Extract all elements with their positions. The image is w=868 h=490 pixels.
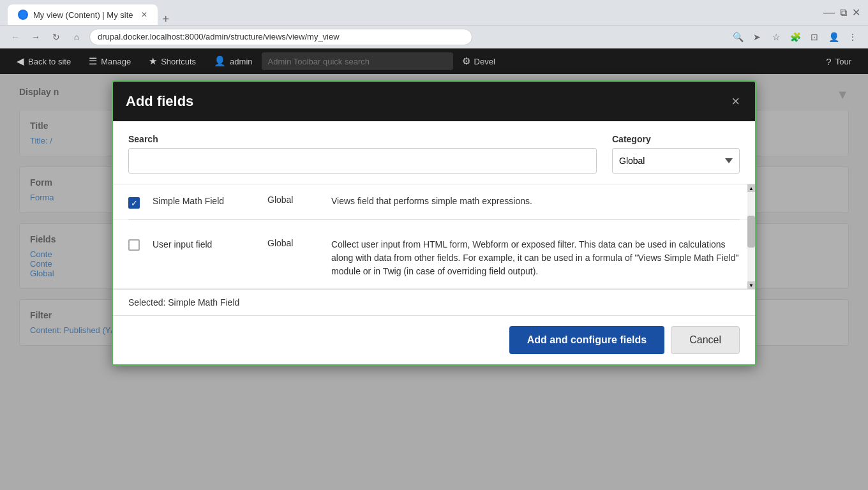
devel-button[interactable]: ⚙ Devel xyxy=(453,48,504,74)
user-input-checkbox[interactable] xyxy=(128,239,140,251)
cancel-button[interactable]: Cancel xyxy=(671,326,740,354)
back-icon: ◀ xyxy=(17,56,24,67)
toolbar-search-container xyxy=(262,52,453,70)
shortcuts-button[interactable]: ★ Shortcuts xyxy=(140,48,205,74)
user-icon: 👤 xyxy=(214,56,226,67)
split-view-icon[interactable]: ⊡ xyxy=(807,29,822,45)
modal-footer: Add and configure fields Cancel xyxy=(113,316,755,364)
scrollbar-thumb[interactable] xyxy=(747,216,755,248)
modal-search-area: Search Category Global Content User Taxo… xyxy=(113,121,755,184)
home-button[interactable]: ⌂ xyxy=(69,29,84,45)
user-input-field-description: Collect user input from HTML form, Webfo… xyxy=(331,238,740,278)
forward-button[interactable]: → xyxy=(28,29,43,45)
active-tab[interactable]: 🌀 My view (Content) | My site ✕ xyxy=(8,4,158,25)
admin-toolbar: ◀ Back to site ☰ Manage ★ Shortcuts 👤 ad… xyxy=(0,48,868,74)
profile-icon[interactable]: 👤 xyxy=(826,29,841,45)
site-favicon: 🌀 xyxy=(18,10,28,20)
minimize-window[interactable]: — xyxy=(823,6,835,19)
address-bar: ← → ↻ ⌂ 🔍 ➤ ☆ 🧩 ⊡ 👤 ⋮ xyxy=(0,26,868,48)
modal-close-button[interactable]: × xyxy=(729,92,742,111)
manage-menu-button[interactable]: ☰ Manage xyxy=(80,48,140,74)
search-group: Search xyxy=(128,134,597,174)
bookmark-icon[interactable]: ☆ xyxy=(768,29,784,45)
browser-tab-bar: 🌀 My view (Content) | My site ✕ + — ⧉ ✕ xyxy=(0,0,868,26)
menu-icon[interactable]: ⋮ xyxy=(845,29,860,45)
add-fields-modal: Add fields × Search Category Global Cont… xyxy=(112,80,756,366)
user-input-field-name: User input field xyxy=(153,238,255,251)
fields-list: ✓ Simple Math Field Global Views field t… xyxy=(113,184,755,289)
manage-label: Manage xyxy=(101,57,131,66)
modal-overlay: Add fields × Search Category Global Cont… xyxy=(0,74,868,490)
tour-label: Tour xyxy=(835,57,851,66)
menu-lines-icon: ☰ xyxy=(89,56,97,67)
close-tab-button[interactable]: ✕ xyxy=(141,10,147,19)
back-to-site-button[interactable]: ◀ Back to site xyxy=(8,48,80,74)
scroll-up-arrow[interactable]: ▲ xyxy=(747,184,755,192)
tab-title: My view (Content) | My site xyxy=(33,10,133,20)
star-icon: ★ xyxy=(149,56,157,67)
simple-math-field-category: Global xyxy=(267,195,318,205)
field-row-simple-math: ✓ Simple Math Field Global Views field t… xyxy=(113,184,755,219)
scrollbar-track: ▲ ▼ xyxy=(747,184,755,289)
shortcuts-label: Shortcuts xyxy=(161,57,196,66)
simple-math-checkbox[interactable]: ✓ xyxy=(128,197,140,209)
user-input-field-category: Global xyxy=(267,238,318,248)
help-icon: ? xyxy=(826,56,831,67)
devel-label: Devel xyxy=(474,57,495,66)
simple-math-field-name: Simple Math Field xyxy=(153,195,255,208)
modal-header: Add fields × xyxy=(113,82,755,121)
category-group: Category Global Content User Taxonomy Cu… xyxy=(612,134,740,174)
toolbar-search-input[interactable] xyxy=(262,52,453,70)
admin-user-button[interactable]: 👤 admin xyxy=(205,48,261,74)
field-row-user-input: User input field Global Collect user inp… xyxy=(113,220,755,289)
scroll-down-arrow[interactable]: ▼ xyxy=(747,281,755,289)
modal-title: Add fields xyxy=(126,93,193,110)
search-icon[interactable]: 🔍 xyxy=(730,29,745,45)
extensions-icon[interactable]: 🧩 xyxy=(788,29,803,45)
back-to-site-label: Back to site xyxy=(28,57,71,66)
search-input[interactable] xyxy=(128,148,597,174)
selected-field-label: Selected: Simple Math Field xyxy=(113,289,755,316)
search-label: Search xyxy=(128,134,597,144)
back-button[interactable]: ← xyxy=(8,29,23,45)
reload-button[interactable]: ↻ xyxy=(49,29,64,45)
url-input[interactable] xyxy=(89,29,472,45)
simple-math-field-description: Views field that performs simple math ex… xyxy=(331,195,740,208)
gear-icon: ⚙ xyxy=(462,56,470,67)
close-window[interactable]: ✕ xyxy=(852,6,860,19)
share-icon[interactable]: ➤ xyxy=(749,29,765,45)
admin-label: admin xyxy=(230,57,252,66)
new-tab-button[interactable]: + xyxy=(163,13,170,25)
help-tour-button[interactable]: ? Tour xyxy=(817,48,860,74)
category-select[interactable]: Global Content User Taxonomy Custom xyxy=(612,148,740,174)
category-label: Category xyxy=(612,134,740,144)
add-configure-button[interactable]: Add and configure fields xyxy=(509,326,665,354)
restore-window[interactable]: ⧉ xyxy=(840,7,847,19)
